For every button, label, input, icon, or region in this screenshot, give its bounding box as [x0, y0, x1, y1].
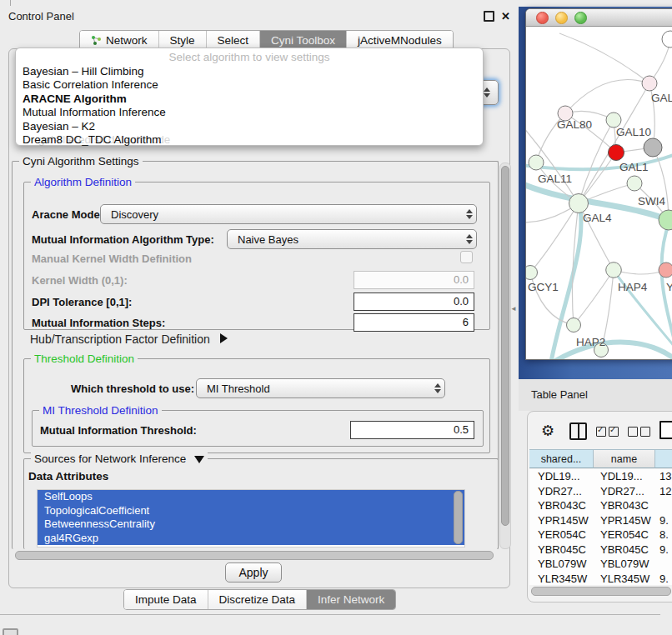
dropdown-prompt: Select algorithm to view settings [16, 48, 483, 65]
dropdown-item[interactable]: Basic Correlation Inference [16, 78, 483, 92]
data-attributes-label: Data Attributes [28, 470, 108, 482]
manual-kernel-checkbox[interactable] [460, 251, 473, 263]
dropdown-item[interactable]: Mutual Information Inference [16, 106, 483, 119]
sources-title[interactable]: Sources for Network Inference [31, 452, 208, 465]
network-node[interactable] [644, 138, 662, 157]
attribute-item[interactable]: TopologicalCoefficient [38, 504, 464, 518]
network-node-gal11[interactable] [529, 155, 544, 170]
network-window-titlebar[interactable] [526, 9, 672, 27]
tab-discretize-data[interactable]: Discretize Data [208, 590, 307, 609]
network-edge[interactable] [565, 80, 649, 114]
network-canvas[interactable]: GAL GAL80 GAL10 GAL1 GAL11 SWI4 GAL4 GCY… [526, 27, 672, 359]
dock-panel-icon[interactable] [3, 628, 18, 635]
network-node[interactable] [662, 31, 672, 48]
network-node-hap2[interactable] [567, 318, 581, 332]
window-zoom-icon[interactable] [574, 12, 587, 24]
bottom-tabbar: Impute Data Discretize Data Infer Networ… [123, 589, 396, 610]
network-node[interactable] [642, 76, 657, 91]
tab-infer-network[interactable]: Infer Network [306, 590, 395, 609]
manual-kernel-label: Manual Kernel Width Definition [32, 252, 192, 265]
table-row[interactable]: YDL19...YDL19...13 [529, 469, 672, 484]
settings-horizontal-scrollbar[interactable] [15, 551, 494, 560]
table-row[interactable]: YDR27...YDR27...12 [529, 484, 672, 499]
document-icon[interactable] [659, 421, 672, 439]
attribute-item[interactable]: SelfLoops [38, 490, 464, 504]
checked-box-icon [596, 427, 606, 437]
network-node-swi4[interactable] [627, 176, 642, 191]
unchecked-box-icon [640, 427, 650, 437]
network-node[interactable] [659, 262, 672, 278]
split-view-button[interactable] [569, 422, 587, 440]
mi-threshold-field[interactable]: 0.5 [350, 421, 474, 439]
mi-steps-label: Mutual Information Steps: [32, 317, 165, 329]
hub-definition-toggle[interactable]: Hub/Transcription Factor Definition [30, 332, 228, 346]
apply-button[interactable]: Apply [225, 562, 282, 582]
mi-threshold-definition-title: MI Threshold Definition [39, 404, 162, 417]
network-node-hap4[interactable] [606, 262, 622, 278]
network-view-window[interactable]: GAL GAL80 GAL10 GAL1 GAL11 SWI4 GAL4 GCY… [525, 8, 672, 360]
node-label: SWI4 [638, 195, 665, 208]
table-row[interactable]: YBR045CYBR045C9. [529, 542, 672, 558]
close-icon[interactable]: ✕ [501, 11, 510, 22]
node-label: GAL1 [619, 161, 649, 173]
stepper-up-icon [434, 383, 441, 388]
table-header: shared... name [529, 449, 672, 468]
scrollbar-thumb[interactable] [501, 166, 509, 526]
table-row[interactable]: YPR145WYPR145W9. [529, 513, 672, 528]
window-minimize-icon[interactable] [555, 12, 568, 24]
deselect-all-columns-button[interactable] [628, 427, 650, 437]
network-node-gal1-selected[interactable] [609, 145, 624, 161]
table-horizontal-scrollbar[interactable] [531, 587, 671, 596]
aracne-mode-value: Discovery [101, 208, 463, 221]
kernel-width-label: Kernel Width (0,1): [32, 274, 128, 287]
algorithm-definition-title: Algorithm Definition [31, 176, 135, 188]
apply-button-label: Apply [238, 566, 268, 579]
splitter-collapse-icon[interactable]: ◄ [510, 305, 517, 312]
node-label: HAP2 [576, 336, 605, 348]
network-edge[interactable] [530, 203, 579, 272]
window-close-icon[interactable] [536, 12, 549, 24]
dropdown-item-current[interactable]: ARACNE Algorithm [16, 92, 483, 106]
float-window-icon[interactable] [484, 11, 494, 22]
aracne-mode-combo[interactable]: Discovery [100, 204, 477, 224]
network-edge[interactable] [579, 120, 614, 203]
node-label: GAL10 [616, 126, 651, 138]
table-settings-button[interactable]: ⚙ [541, 423, 554, 439]
network-edge[interactable] [559, 33, 649, 83]
attribute-item[interactable]: gal4RGexp [38, 532, 464, 546]
application-window: Control Panel ✕ Network Style Select Cyn… [0, 0, 672, 635]
table-row[interactable]: YER054CYER054C8. [529, 528, 672, 542]
column-header[interactable] [655, 449, 672, 468]
mi-steps-field[interactable]: 6 [354, 313, 474, 332]
tab-network-label: Network [106, 34, 148, 47]
dpi-tolerance-field[interactable]: 0.0 [354, 292, 474, 311]
stepper-up-icon [466, 234, 473, 238]
network-node-gal4[interactable] [569, 194, 589, 213]
dropdown-item[interactable]: Bayesian – Hill Climbing [16, 65, 483, 78]
network-node[interactable] [659, 210, 672, 230]
stepper-up-icon [466, 209, 473, 213]
data-attributes-list[interactable]: SelfLoops TopologicalCoefficient Between… [37, 489, 465, 548]
stepper-down-icon [484, 93, 490, 98]
network-node-gcy1[interactable] [526, 266, 538, 280]
which-threshold-combo[interactable]: MI Threshold [196, 378, 445, 398]
dropdown-item[interactable]: Bayesian – K2 [16, 120, 483, 133]
column-header-shared-name[interactable]: shared... [529, 449, 594, 468]
network-edge[interactable] [551, 342, 672, 359]
table-row[interactable]: YLR345WYLR345W9. [529, 572, 672, 586]
kernel-width-field[interactable]: 0.0 [354, 271, 474, 289]
table-row[interactable]: YBR043CYBR043C [529, 498, 672, 513]
column-header-name[interactable]: name [594, 449, 655, 468]
tab-impute-data[interactable]: Impute Data [124, 590, 208, 609]
attributes-list-scrollbar[interactable] [454, 491, 463, 544]
background-combo-text: gal-filtered sif default node [38, 133, 170, 146]
threshold-definition-title: Threshold Definition [31, 352, 138, 365]
expand-right-icon [220, 333, 228, 343]
attribute-item[interactable]: BetweennessCentrality [38, 518, 464, 532]
hub-definition-label: Hub/Transcription Factor Definition [30, 332, 210, 346]
table-row[interactable]: YBL079WYBL079W [529, 557, 672, 572]
gear-icon: ⚙ [541, 422, 554, 439]
select-all-columns-button[interactable] [596, 427, 619, 437]
settings-vertical-scrollbar[interactable] [499, 162, 511, 549]
mi-type-combo[interactable]: Naive Bayes [227, 229, 477, 249]
